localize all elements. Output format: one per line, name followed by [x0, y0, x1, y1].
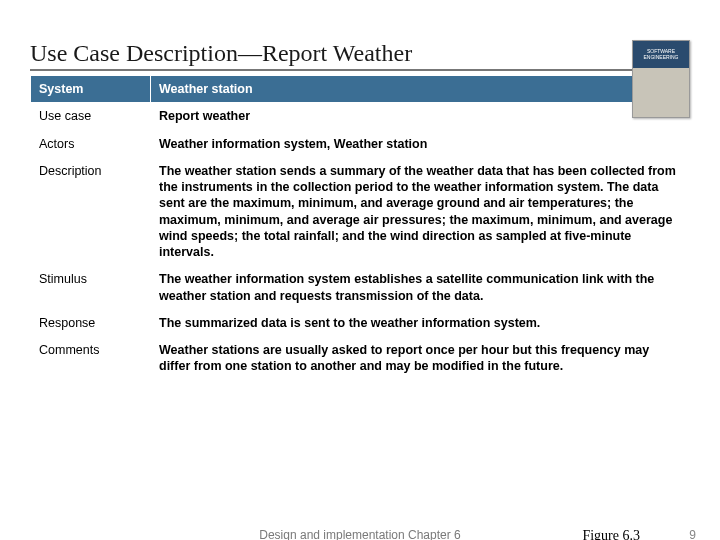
row-label: Comments: [31, 337, 151, 381]
row-value: The summarized data is sent to the weath…: [151, 309, 690, 336]
row-label: Description: [31, 157, 151, 266]
table-row: Description The weather station sends a …: [31, 157, 690, 266]
row-label: Stimulus: [31, 266, 151, 310]
row-value: The weather station sends a summary of t…: [151, 157, 690, 266]
row-value: Weather information system, Weather stat…: [151, 130, 690, 157]
slide-title: Use Case Description—Report Weather: [30, 40, 690, 71]
book-cover-label: SOFTWARE ENGINEERING: [633, 41, 689, 68]
table-row: Stimulus The weather information system …: [31, 266, 690, 310]
row-label: Actors: [31, 130, 151, 157]
table-row: Use case Report weather: [31, 103, 690, 130]
row-value: Weather stations are usually asked to re…: [151, 337, 690, 381]
table-row: Actors Weather information system, Weath…: [31, 130, 690, 157]
row-value: Report weather: [151, 103, 690, 130]
row-label: Use case: [31, 103, 151, 130]
header-label: System: [31, 76, 151, 103]
slide: SOFTWARE ENGINEERING Use Case Descriptio…: [0, 0, 720, 540]
table-row: Response The summarized data is sent to …: [31, 309, 690, 336]
row-label: Response: [31, 309, 151, 336]
row-value: The weather information system establish…: [151, 266, 690, 310]
table-row: Comments Weather stations are usually as…: [31, 337, 690, 381]
table-header-row: System Weather station: [31, 76, 690, 103]
header-value: Weather station: [151, 76, 690, 103]
page-number: 9: [689, 528, 696, 540]
use-case-table: System Weather station Use case Report w…: [30, 75, 690, 381]
book-cover-thumbnail: SOFTWARE ENGINEERING: [632, 40, 690, 118]
figure-label: Figure 6.3: [582, 528, 640, 540]
